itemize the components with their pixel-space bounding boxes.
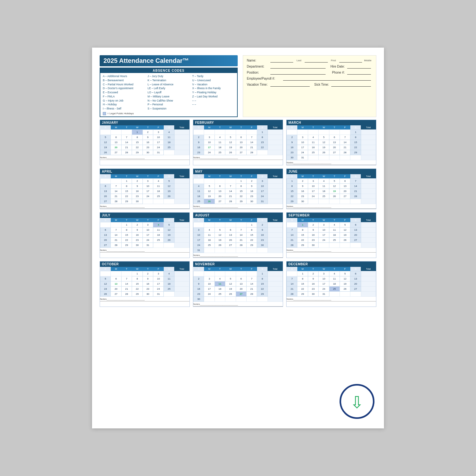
day-header: T (329, 267, 340, 271)
day-cell: 14 (247, 281, 257, 286)
day-cell: 9 (308, 276, 318, 281)
day-cell: 5 (215, 227, 225, 232)
day-cell: 25 (204, 242, 215, 248)
day-cell (340, 199, 350, 204)
day-cell: 12 (340, 227, 350, 232)
day-cell: 24 (319, 286, 329, 291)
day-cell: 5 (204, 183, 215, 188)
day-cell: 6 (215, 183, 225, 188)
day-cell: 24 (153, 286, 164, 291)
day-cell (329, 129, 340, 135)
day-cell: 4 (164, 271, 174, 276)
day-cell (361, 155, 376, 160)
day-cell: 19 (100, 286, 111, 291)
page-title: 2025 Attendance Calendar™ (100, 55, 238, 66)
day-cell (350, 242, 361, 248)
day-cell (174, 291, 189, 296)
day-header: Total (361, 218, 376, 222)
day-cell (329, 199, 340, 204)
day-header: W (319, 125, 329, 130)
day-cell: 28 (287, 291, 297, 296)
day-header: T (329, 218, 340, 222)
day-cell: 19 (204, 194, 215, 199)
month-header: JANUARY (100, 120, 189, 125)
day-cell (361, 242, 376, 248)
day-cell (164, 242, 174, 248)
code-item: V – Vacation (192, 83, 235, 87)
code-item: B – Bereavement (103, 78, 145, 83)
day-cell (319, 242, 329, 248)
month-header: NOVEMBER (193, 261, 283, 267)
month-block-may: MAYSMTWTFSTotal1234567891011121314151617… (193, 169, 283, 209)
month-table: SMTWTFSTotal1234567891011121314151617181… (287, 125, 376, 160)
day-cell: 9 (194, 140, 204, 145)
day-cell: 17 (319, 232, 329, 237)
day-cell: 15 (132, 281, 142, 286)
day-cell: 14 (111, 232, 121, 237)
download-overlay[interactable]: ⇩ (340, 384, 374, 419)
day-cell: 14 (287, 281, 297, 286)
day-cell: 27 (329, 150, 340, 155)
day-cell: 15 (257, 281, 268, 286)
day-cell: 9 (257, 227, 268, 232)
day-cell: 29 (257, 291, 268, 296)
day-cell: 17 (204, 286, 215, 291)
day-cell: 18 (329, 281, 340, 286)
day-cell: 24 (297, 150, 308, 155)
day-cell: 12 (164, 227, 174, 232)
employee-row: Employee/Payroll #: (247, 76, 372, 81)
day-cell: 13 (340, 183, 350, 188)
day-cell: 5 (340, 271, 350, 276)
day-header: M (204, 174, 215, 179)
download-circle[interactable]: ⇩ (340, 384, 374, 419)
day-cell: 28 (287, 242, 297, 248)
day-cell: 30 (297, 199, 308, 204)
day-cell (174, 188, 189, 194)
day-cell: 20 (236, 286, 246, 291)
day-header: T (121, 218, 132, 222)
month-table: SMTWTFSTotal1234567891011121314151617181… (193, 267, 283, 302)
absence-codes-title: ABSENCE CODES (100, 68, 237, 73)
notes-line: Notes___________________________ (193, 205, 283, 209)
code-item: I – Illness - Self (103, 107, 145, 111)
day-cell: 21 (121, 145, 132, 150)
day-cell: 19 (225, 145, 236, 150)
day-cell: 12 (340, 276, 350, 281)
day-cell (268, 232, 282, 237)
month-table: SMTWTFSTotal1234567891011121314151617181… (100, 218, 189, 248)
day-header: M (297, 125, 308, 130)
name-first-line (305, 58, 327, 63)
phone-label: Phone #: (327, 71, 346, 74)
day-cell (174, 135, 189, 140)
day-cell (100, 178, 111, 183)
day-header: S (164, 218, 174, 222)
day-header: F (340, 267, 350, 271)
day-cell (268, 276, 282, 281)
day-cell: 17 (319, 281, 329, 286)
day-cell (361, 145, 376, 150)
day-cell: 5 (340, 222, 350, 227)
month-header: MARCH (287, 120, 376, 125)
day-cell: 6 (236, 276, 246, 281)
day-header: M (204, 218, 215, 222)
day-cell: 11 (204, 232, 215, 237)
day-cell: 13 (350, 276, 361, 281)
day-cell (174, 242, 189, 248)
day-header: F (247, 125, 257, 130)
day-cell: 13 (100, 188, 111, 194)
day-cell: 20 (340, 188, 350, 194)
day-cell: 12 (100, 140, 111, 145)
day-header: S (100, 125, 111, 130)
day-cell: 13 (236, 281, 246, 286)
day-cell (194, 222, 204, 227)
day-cell: 14 (121, 140, 132, 145)
day-cell: 25 (215, 150, 225, 155)
day-cell (268, 199, 282, 204)
day-cell: 19 (164, 188, 174, 194)
day-header: S (257, 174, 268, 179)
code-item: G – Injury on Job (103, 99, 145, 103)
day-cell: 27 (350, 286, 361, 291)
day-cell: 1 (121, 222, 132, 227)
day-cell (174, 145, 189, 150)
day-cell: 13 (350, 227, 361, 232)
